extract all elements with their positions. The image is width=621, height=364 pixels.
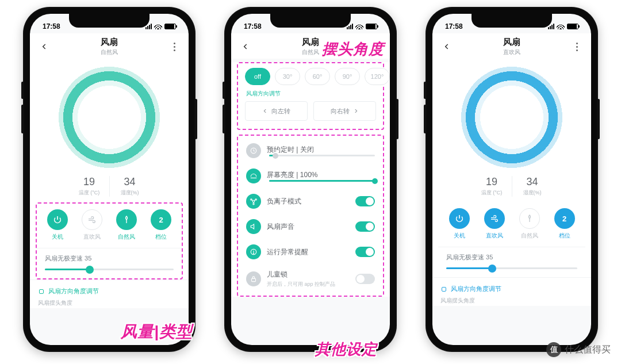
- direction-section-label: 风扇方向调节: [238, 89, 383, 101]
- phone-c: 17:58 风扇 直吹风: [425, 7, 598, 352]
- svg-rect-8: [252, 278, 256, 281]
- childlock-row[interactable]: 儿童锁 开启后，只可用 app 控制产品: [238, 265, 383, 293]
- back-icon[interactable]: [442, 41, 452, 52]
- annotation-other: 其他设定: [315, 339, 377, 359]
- app-header: 风扇 直吹风: [432, 33, 591, 59]
- ion-icon: [246, 194, 261, 209]
- angle-60[interactable]: 60°: [305, 68, 330, 85]
- level-button[interactable]: 2 档位: [554, 208, 575, 240]
- direct-wind-button[interactable]: 直吹风: [484, 208, 505, 240]
- speed-label: 风扇无极变速 35: [446, 253, 577, 262]
- battery-icon: [567, 24, 578, 29]
- notch: [471, 14, 552, 28]
- phone-a: 17:58 风扇 自然风: [23, 7, 195, 352]
- angle-90[interactable]: 90°: [335, 68, 360, 85]
- humidity-label: 湿度(%): [110, 189, 150, 197]
- status-time: 17:58: [244, 22, 262, 30]
- battery-icon: [366, 24, 377, 29]
- brightness-slider[interactable]: [269, 180, 375, 182]
- alert-row[interactable]: 运行异常提醒: [238, 239, 383, 265]
- annotation-swing: 摆头角度: [322, 39, 384, 59]
- notch: [69, 14, 150, 28]
- natural-wind-button[interactable]: 自然风: [116, 209, 137, 241]
- sound-toggle[interactable]: [355, 221, 375, 232]
- fan-ring: [57, 66, 161, 169]
- timer-row[interactable]: 预约定时 | 关闭: [238, 138, 383, 163]
- temperature-label: 温度 (°C): [69, 189, 109, 197]
- turn-left-button[interactable]: 向左转: [245, 101, 308, 121]
- header-subtitle: 自然风: [49, 48, 169, 56]
- humidity-value: 34: [110, 176, 150, 188]
- speed-label: 风扇无极变速 35: [45, 254, 174, 263]
- wifi-icon: [154, 24, 162, 29]
- alert-icon: [246, 244, 261, 259]
- watermark-text: 什么值得买: [565, 344, 611, 356]
- brightness-icon: [246, 168, 261, 183]
- speaker-icon: [246, 219, 261, 234]
- app-header: 风扇 自然风: [30, 33, 189, 59]
- clock-icon: [246, 143, 261, 158]
- svg-point-7: [253, 253, 254, 254]
- speed-slider[interactable]: [45, 269, 174, 270]
- watermark-badge: 值: [546, 342, 561, 357]
- level-button[interactable]: 2 档位: [151, 209, 171, 241]
- temperature-value: 19: [69, 176, 109, 188]
- status-time: 17:58: [43, 22, 60, 30]
- lock-icon: [246, 271, 261, 286]
- natural-wind-button[interactable]: 自然风: [519, 208, 540, 240]
- power-button[interactable]: 关机: [449, 208, 470, 240]
- header-title: 风扇: [452, 37, 572, 48]
- humidity-label: 湿度(%): [512, 189, 552, 197]
- battery-icon: [164, 24, 176, 29]
- header-subtitle: 直吹风: [452, 48, 572, 56]
- svg-rect-0: [40, 289, 44, 293]
- alert-toggle[interactable]: [355, 247, 375, 257]
- timer-slider[interactable]: [269, 155, 375, 156]
- power-button[interactable]: 关机: [47, 209, 68, 241]
- wifi-icon: [557, 24, 565, 29]
- childlock-toggle[interactable]: [355, 274, 375, 284]
- ion-toggle[interactable]: [355, 196, 375, 206]
- menu-icon[interactable]: [169, 43, 179, 51]
- temperature-label: 温度 (°C): [471, 189, 512, 197]
- wifi-icon: [355, 24, 363, 29]
- direction-link[interactable]: 风扇方向角度调节: [440, 282, 583, 296]
- watermark: 值 什么值得买: [546, 342, 611, 357]
- svg-point-4: [255, 199, 256, 200]
- back-icon[interactable]: [240, 41, 251, 52]
- svg-point-5: [253, 204, 254, 205]
- angle-120[interactable]: 120°: [365, 68, 390, 85]
- temperature-value: 19: [471, 176, 512, 188]
- fan-ring: [460, 66, 564, 169]
- notch: [270, 14, 351, 28]
- annotation-wind: 风量|类型: [121, 321, 193, 343]
- direct-wind-button[interactable]: 直吹风: [82, 209, 102, 241]
- humidity-value: 34: [512, 176, 552, 188]
- angle-off[interactable]: off: [245, 68, 270, 85]
- turn-right-button[interactable]: 向右转: [313, 101, 376, 121]
- brightness-row[interactable]: 屏幕亮度 | 100%: [238, 163, 383, 189]
- swing-label: 风扇摆头角度: [440, 296, 583, 305]
- swing-label: 风扇摆头角度: [38, 298, 181, 307]
- svg-point-3: [251, 199, 252, 200]
- back-icon[interactable]: [39, 41, 49, 52]
- direction-link[interactable]: 风扇方向角度调节: [38, 285, 181, 298]
- svg-rect-9: [442, 287, 446, 291]
- metrics: 19 温度 (°C) 34 湿度(%): [432, 174, 591, 202]
- speed-slider[interactable]: [446, 267, 577, 269]
- metrics: 19 温度 (°C) 34 湿度(%): [30, 174, 189, 202]
- sound-row[interactable]: 风扇声音: [238, 214, 383, 239]
- ion-row[interactable]: 负离子模式: [238, 189, 383, 214]
- status-time: 17:58: [445, 22, 463, 30]
- menu-icon[interactable]: [572, 43, 582, 51]
- header-title: 风扇: [49, 37, 169, 48]
- angle-30[interactable]: 30°: [275, 68, 300, 85]
